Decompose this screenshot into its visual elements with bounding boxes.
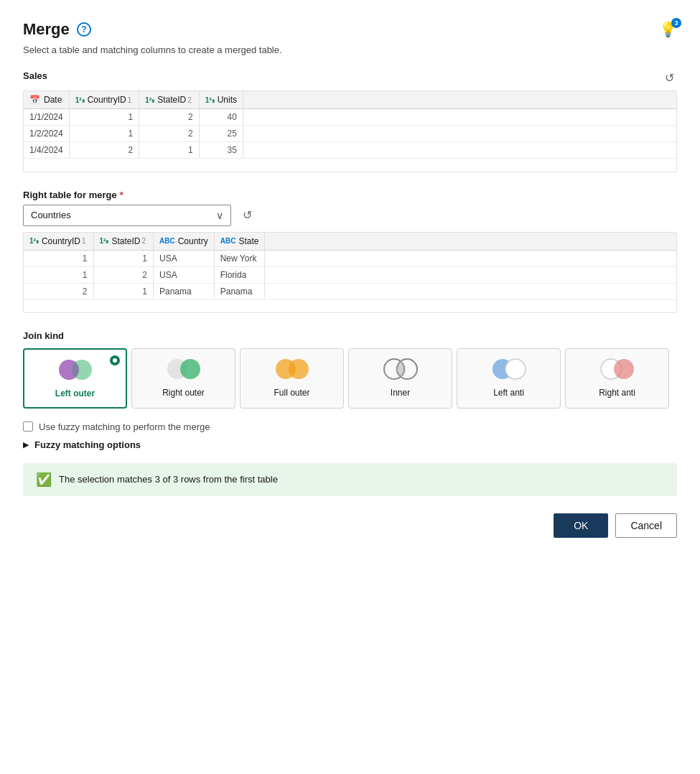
svg-point-2 — [59, 360, 79, 380]
table-row: 1/1/2024 1 2 40 — [24, 109, 676, 126]
fuzzy-options-label: Fuzzy matching options — [34, 439, 141, 450]
right-table-section: 1²₃ CountryID 1 1²₃ StateID 2 — [23, 232, 677, 314]
calendar-icon: 📅 — [29, 95, 40, 105]
countries-table: 1²₃ CountryID 1 1²₃ StateID 2 — [24, 233, 676, 313]
ok-button[interactable]: OK — [554, 513, 608, 538]
join-label-left-outer: Left outer — [55, 388, 95, 400]
table-row: 1 1 USA New York — [24, 250, 676, 266]
match-result-banner: ✅ The selection matches 3 of 3 rows from… — [23, 463, 677, 496]
join-kind-cards: Left outer Right outer Full outer — [23, 348, 677, 409]
left-anti-icon — [490, 356, 528, 382]
right-outer-icon — [164, 356, 203, 382]
join-label-right-anti: Right anti — [599, 388, 635, 399]
countries-col-state[interactable]: ABC State — [214, 233, 265, 251]
table-row: 1 2 USA Florida — [24, 266, 676, 283]
svg-point-6 — [289, 359, 309, 379]
right-anti-icon — [598, 356, 637, 382]
sales-col-stateid[interactable]: 1²₃ StateID 2 — [139, 91, 200, 109]
fuzzy-matching-row: Use fuzzy matching to perform the merge — [23, 421, 677, 432]
right-table-dropdown[interactable]: Countries ∨ — [23, 205, 231, 226]
expand-arrow-icon: ▶ — [23, 440, 29, 449]
cancel-button[interactable]: Cancel — [615, 513, 677, 538]
inner-icon — [381, 356, 420, 382]
table-row: 1/2/2024 1 2 25 — [24, 126, 676, 142]
idea-badge: 3 — [671, 18, 681, 28]
svg-point-4 — [180, 359, 200, 379]
right-table-refresh-button[interactable]: ↺ — [240, 205, 255, 225]
sales-table-section: 📅 Date 1²₃ CountryID 1 1²₃ — [23, 90, 677, 172]
join-label-right-outer: Right outer — [162, 388, 205, 399]
left-outer-icon — [56, 357, 95, 383]
join-kind-label: Join kind — [23, 330, 677, 341]
required-star: * — [120, 190, 123, 200]
join-card-full-outer[interactable]: Full outer — [240, 348, 344, 409]
page-title: Merge — [23, 20, 70, 39]
fuzzy-label: Use fuzzy matching to perform the merge — [39, 421, 210, 432]
chevron-down-icon: ∨ — [216, 210, 223, 221]
countries-col-countryid[interactable]: 1²₃ CountryID 1 — [24, 233, 93, 251]
sales-col-date[interactable]: 📅 Date — [24, 91, 69, 109]
join-card-right-outer[interactable]: Right outer — [131, 348, 235, 409]
sales-refresh-button[interactable]: ↺ — [662, 68, 677, 88]
sales-table-label: Sales — [23, 70, 47, 81]
selected-indicator — [110, 355, 120, 365]
table-row: 1/4/2024 2 1 35 — [24, 142, 676, 159]
check-circle-icon: ✅ — [36, 472, 52, 488]
help-icon[interactable]: ? — [77, 22, 91, 37]
countries-col-country[interactable]: ABC Country — [154, 233, 215, 251]
sales-col-countryid[interactable]: 1²₃ CountryID 1 — [69, 91, 139, 109]
table-row: 2 1 Panama Panama — [24, 283, 676, 299]
countries-col-stateid[interactable]: 1²₃ StateID 2 — [93, 233, 154, 251]
sales-table: 📅 Date 1²₃ CountryID 1 1²₃ — [24, 91, 676, 172]
join-label-full-outer: Full outer — [274, 388, 309, 399]
footer: OK Cancel — [23, 513, 677, 538]
svg-point-14 — [614, 359, 634, 379]
right-table-label: Right table for merge * — [23, 190, 677, 200]
join-card-right-anti[interactable]: Right anti — [565, 348, 669, 409]
idea-icon[interactable]: 💡 3 — [659, 21, 677, 38]
join-label-left-anti: Left anti — [493, 388, 524, 399]
join-card-left-outer[interactable]: Left outer — [23, 348, 127, 409]
fuzzy-checkbox[interactable] — [23, 421, 33, 432]
join-card-inner[interactable]: Inner — [348, 348, 452, 409]
full-outer-icon — [273, 356, 312, 382]
match-text: The selection matches 3 of 3 rows from t… — [59, 474, 278, 485]
fuzzy-options-row[interactable]: ▶ Fuzzy matching options — [23, 439, 677, 450]
dropdown-value: Countries — [31, 210, 71, 220]
join-label-inner: Inner — [391, 388, 410, 399]
subtitle: Select a table and matching columns to c… — [23, 45, 677, 55]
sales-col-units[interactable]: 1²₃ Units — [199, 91, 243, 109]
join-card-left-anti[interactable]: Left anti — [457, 348, 561, 409]
